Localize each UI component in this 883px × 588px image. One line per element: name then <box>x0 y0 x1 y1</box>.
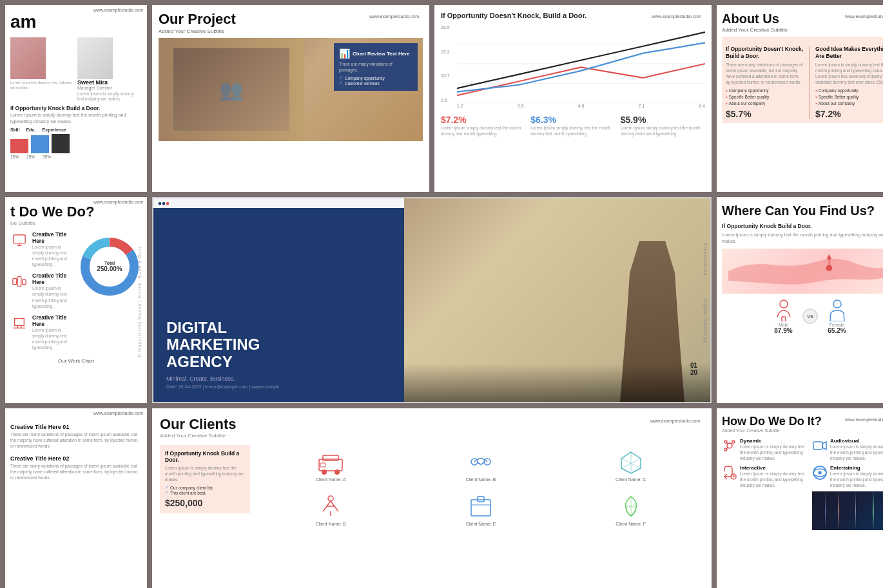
svg-rect-7 <box>13 279 17 285</box>
digital-bg-image <box>404 198 710 402</box>
service-1: Creative Title Here Lorem Ipsum is simpl… <box>10 231 72 267</box>
service3-title: Creative Title Here <box>32 314 72 327</box>
creative2-text: There are many variations of passages of… <box>10 463 142 480</box>
howdo-item-interactive: Interactive Lorem Ipsum is simply dummy … <box>722 465 808 529</box>
digital-side-text-marketing: Digital marketing <box>703 298 708 343</box>
clients-subtitle: Added Your Creative Subtitle <box>160 433 237 439</box>
creative1-text: There are many variations of passages of… <box>10 432 142 449</box>
project-item2: ✓ Customer services <box>339 81 412 86</box>
about-s1-item1: •Company opportunity <box>726 88 805 93</box>
skill-label-1: Skill <box>10 128 19 132</box>
svg-point-16 <box>780 300 788 308</box>
audiovisual-icon <box>812 438 828 453</box>
creative2-title: Creative Title Here 02 <box>10 455 142 462</box>
digital-title: DIGITAL MARKETING AGENCY <box>166 319 391 370</box>
service1-desc: Lorem Ipsum is simply dummy text month p… <box>32 244 72 267</box>
digital-left-panel: DIGITAL MARKETING AGENCY Minimal. Create… <box>153 198 404 402</box>
member2-desc: Lorem Ipsum is simply dummy text industr… <box>77 91 142 102</box>
svg-point-21 <box>322 469 327 475</box>
about-section-right: Good Idea Makes Everything Are Better Lo… <box>815 46 883 119</box>
creative-item-2: Creative Title Here 02 There are many va… <box>10 455 142 480</box>
svg-point-44 <box>819 471 821 474</box>
metric-2: $6.3% Lorem Ipsum simply dummy text the … <box>530 115 615 137</box>
slide-chart: If Opportunity Doesn't Knock, Build a Do… <box>434 5 712 192</box>
client-a-icon <box>318 449 344 475</box>
howdo-audiovisual-text: Lorem Ipsum is simply dummy text the mon… <box>830 444 883 461</box>
female-icon <box>826 299 848 321</box>
about-url: www.examplestudio.com <box>841 12 883 20</box>
about-s2-item2: •Specific Better quality <box>815 94 883 100</box>
client-f-name: Client Name: F <box>561 522 700 526</box>
about-title: About Us <box>722 12 788 26</box>
team-opp-text: If Opportunity Knock Build a Door. <box>10 105 142 112</box>
metric2-desc: Lorem Ipsum simply dummy text the month … <box>530 125 615 137</box>
chart-title: Chart Review Text Here <box>353 51 410 57</box>
svg-rect-17 <box>782 317 786 321</box>
whereus-desc: Lorem Ipsum is simply dummy text the mon… <box>722 232 883 245</box>
service2-title: Creative Title Here <box>32 272 72 285</box>
vertical-text: If Opportunity Doesn't Knock, Build a Do… <box>137 244 142 357</box>
client-a-name: Client Name: A <box>262 477 400 482</box>
whatwedo-main: Creative Title Here Lorem Ipsum is simpl… <box>10 231 142 356</box>
main-grid: am Lorem Ipsum is dummy text industry we… <box>0 0 883 588</box>
clients-check2: ✓This client are best. <box>165 490 245 495</box>
digital-numbers: 01 20 <box>690 362 697 376</box>
howdo-image <box>812 491 883 530</box>
team-url: www.examplestudio.com <box>90 5 147 14</box>
clients-checks: ✓Our company client list. ✓This client a… <box>165 485 245 495</box>
about-subtitle: Added Your Creative Subtitle <box>722 27 788 33</box>
interactive-icon <box>722 465 737 480</box>
client-f-icon <box>618 493 644 519</box>
project-url: www.examplestudio.com <box>365 12 423 20</box>
svg-rect-8 <box>17 277 21 287</box>
service3-desc: Lorem Ipsum is simply dummy text month p… <box>32 327 72 350</box>
clients-title: Our Clients <box>160 416 237 433</box>
whereus-title: Where Can You Find Us? <box>722 204 883 218</box>
client-e-icon <box>468 493 494 519</box>
client-a: Client Name: A <box>258 445 404 486</box>
about-s2-item1: •Company opportunity <box>815 88 883 93</box>
clients-layout: If Opportunity Knock Build a Door. Lorem… <box>160 445 704 530</box>
map-svg <box>722 249 883 294</box>
digital-num2: 20 <box>690 369 697 376</box>
chart-desc: There are many variations of passages. <box>339 61 412 73</box>
about-s1-price: $5.7% <box>726 109 805 119</box>
svg-point-22 <box>335 469 340 475</box>
member1-desc: Lorem Ipsum is dummy text industry we ma… <box>10 81 75 91</box>
female-label: Female <box>826 323 848 327</box>
svg-point-18 <box>833 300 841 308</box>
client-b: Client Name: B <box>408 445 554 486</box>
metrics-row: $7.2% Lorem Ipsum simply dummy text the … <box>441 115 705 137</box>
client-d: Client Name: D <box>258 489 404 530</box>
howdo-entertaining-text: Lorem Ipsum is simply dummy text the mon… <box>830 471 883 488</box>
creative1-title: Creative Title Here 01 <box>10 424 142 430</box>
howdo-title: How Do We Do It? <box>722 415 822 428</box>
client-d-name: Client Name: D <box>262 522 400 526</box>
creative-url: www.examplestudio.com <box>90 408 147 417</box>
city-overlay <box>404 363 710 402</box>
logo-dot-2 <box>162 202 165 205</box>
service-3: Creative Title Here Lorem Ipsum is simpl… <box>10 314 72 350</box>
service-2: Creative Title Here Lorem Ipsum is simpl… <box>10 272 72 308</box>
slide-howdo: How Do We Do It? Added Your Creative Sub… <box>717 408 883 588</box>
client-c-name: Client Name: C <box>561 477 700 482</box>
slide-team: am Lorem Ipsum is dummy text industry we… <box>5 5 147 192</box>
svg-point-35 <box>724 448 727 451</box>
howdo-audiovisual-title: Audiovisual <box>830 438 883 444</box>
howdo-url: www.examplestudio.com <box>841 415 883 423</box>
about-s2-list: •Company opportunity •Specific Better qu… <box>815 88 883 106</box>
digital-side-text-presentation: Presentation <box>703 243 708 276</box>
logo-dot-1 <box>159 202 161 205</box>
howdo-subtitle: Added Your Creative Subtitle <box>722 428 822 433</box>
howdo-interactive-text: Lorem Ipsum is simply dummy text the mon… <box>740 471 808 488</box>
skill-pct-2: 25% <box>26 155 35 159</box>
chart-x-labels: 1.2 9.5 4.0 7.1 6.4 <box>441 104 705 108</box>
clients-check1: ✓Our company client list. <box>165 485 245 490</box>
slide-creative: www.examplestudio.com Creative Title Her… <box>5 408 147 588</box>
whereus-opp: If Opportunity Knock Build a Door. <box>722 223 883 230</box>
about-s1-item2: •Specific Better quality <box>726 94 805 100</box>
male-section: Male 87.9% <box>772 299 795 334</box>
member2-name: Sweet Mira <box>77 79 142 86</box>
svg-rect-20 <box>323 455 338 460</box>
client-e: Client Name: E <box>408 489 554 530</box>
